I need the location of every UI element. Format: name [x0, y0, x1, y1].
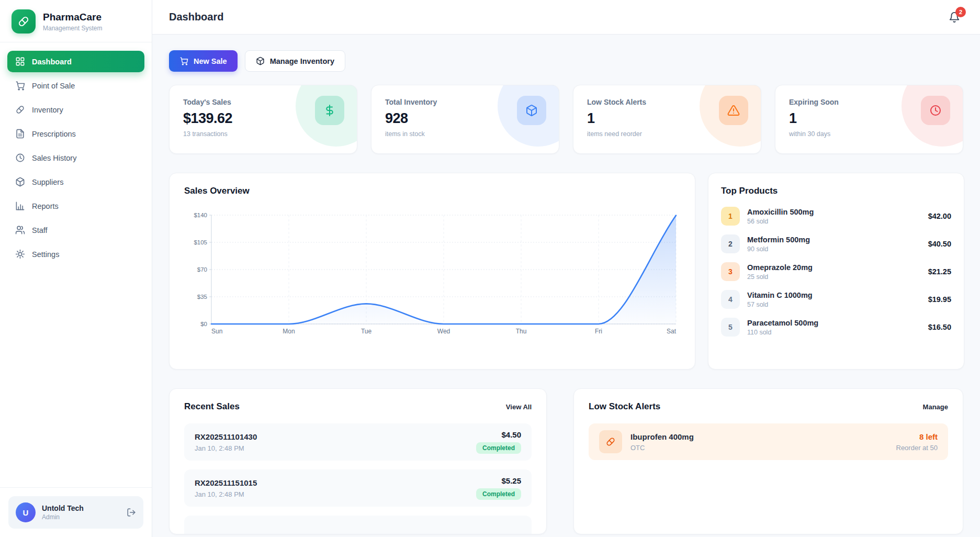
rank-badge: 4 [721, 290, 740, 309]
topbar: Dashboard 2 [152, 0, 980, 35]
package-icon [15, 177, 25, 187]
pill-logo-icon [12, 9, 36, 33]
svg-text:Fri: Fri [595, 328, 602, 335]
sidebar-item-label: Point of Sale [32, 82, 75, 90]
sidebar-item-label: Settings [32, 250, 59, 259]
low-stock-title: Low Stock Alerts [589, 401, 660, 412]
sidebar-item-suppliers[interactable]: Suppliers [7, 171, 144, 193]
avatar: U [16, 502, 36, 522]
sidebar-item-dashboard[interactable]: Dashboard [7, 51, 144, 72]
sidebar-item-point-of-sale[interactable]: Point of Sale [7, 75, 144, 96]
sidebar-item-staff[interactable]: Staff [7, 219, 144, 241]
app-name: PharmaCare [43, 12, 102, 23]
reorder-threshold: Reorder at 50 [896, 444, 938, 452]
dashboard-grid-icon [15, 57, 25, 66]
sale-row-clipped [184, 516, 532, 534]
stock-left-value: 8 left [896, 432, 938, 441]
sidebar-nav: Dashboard Point of Sale Inventory Prescr… [0, 42, 152, 487]
sidebar-item-prescriptions[interactable]: Prescriptions [7, 123, 144, 144]
top-products-card: Top Products 1 Amoxicillin 500mg56 sold … [708, 173, 964, 370]
clock-icon [921, 96, 950, 125]
low-stock-card: Low Stock Alerts Manage Ibuprofen 400mg … [573, 388, 963, 534]
status-badge: Completed [476, 442, 521, 454]
pill-icon [599, 430, 622, 453]
sidebar-item-label: Dashboard [32, 58, 72, 66]
warning-icon [719, 96, 748, 125]
package-icon [517, 96, 546, 125]
sale-row[interactable]: RX202511101430 Jan 10, 2:48 PM $4.50 Com… [184, 423, 532, 461]
svg-text:Thu: Thu [516, 328, 527, 335]
users-icon [15, 225, 25, 235]
brand: PharmaCare Management System [0, 0, 152, 42]
recent-sales-title: Recent Sales [184, 401, 240, 412]
svg-text:$140: $140 [194, 212, 207, 218]
content: New Sale Manage Inventory Today's Sales … [152, 35, 980, 537]
logout-icon[interactable] [127, 508, 136, 517]
document-icon [15, 129, 25, 139]
status-badge: Completed [476, 488, 521, 500]
svg-text:Mon: Mon [283, 328, 295, 335]
sale-row[interactable]: RX202511151015 Jan 10, 2:48 PM $5.25 Com… [184, 469, 532, 507]
sidebar-item-sales-history[interactable]: Sales History [7, 147, 144, 169]
package-icon [256, 57, 265, 65]
new-sale-button[interactable]: New Sale [169, 50, 238, 72]
stat-card-expiring-soon: Expiring Soon 1 within 30 days [775, 85, 963, 154]
sidebar-item-reports[interactable]: Reports [7, 195, 144, 217]
gear-icon [15, 249, 25, 259]
notification-bell[interactable]: 2 [949, 12, 960, 23]
stat-card-low-stock: Low Stock Alerts 1 items need reorder [573, 85, 761, 154]
sidebar-item-settings[interactable]: Settings [7, 243, 144, 265]
top-product-row: 1 Amoxicillin 500mg56 sold $42.00 [721, 207, 951, 226]
sidebar-item-label: Prescriptions [32, 130, 76, 138]
cart-icon [179, 57, 188, 65]
user-name: Untold Tech [42, 504, 120, 512]
sidebar-item-label: Sales History [32, 154, 76, 162]
sidebar-item-inventory[interactable]: Inventory [7, 99, 144, 120]
sales-overview-title: Sales Overview [184, 186, 680, 196]
stat-card-todays-sales: Today's Sales $139.62 13 transactions [169, 85, 357, 154]
low-stock-row[interactable]: Ibuprofen 400mg OTC 8 left Reorder at 50 [589, 423, 948, 460]
pill-icon [15, 105, 25, 115]
manage-inventory-button[interactable]: Manage Inventory [245, 50, 345, 72]
top-product-row: 4 Vitamin C 1000mg57 sold $19.95 [721, 290, 951, 309]
dollar-icon [315, 96, 344, 125]
clock-icon [15, 153, 25, 163]
top-products-title: Top Products [721, 186, 951, 196]
stat-card-total-inventory: Total Inventory 928 items in stock [371, 85, 559, 154]
sidebar-item-label: Inventory [32, 106, 63, 114]
svg-text:Wed: Wed [437, 328, 450, 335]
rank-badge: 3 [721, 262, 740, 281]
svg-text:$35: $35 [197, 294, 207, 300]
svg-text:Tue: Tue [361, 328, 372, 335]
sidebar: PharmaCare Management System Dashboard P… [0, 0, 152, 537]
svg-text:$0: $0 [200, 321, 207, 327]
manage-link[interactable]: Manage [923, 403, 948, 411]
notification-badge: 2 [955, 7, 966, 17]
sidebar-item-label: Suppliers [32, 178, 63, 186]
sidebar-item-label: Staff [32, 226, 48, 234]
sales-overview-card: Sales Overview $0$35$70$105$140SunMonTue… [169, 173, 695, 370]
app-subtitle: Management System [43, 25, 102, 32]
svg-text:Sun: Sun [211, 328, 222, 335]
main: Dashboard 2 New Sale Manage Inventory [152, 0, 980, 537]
svg-text:Sat: Sat [667, 328, 677, 335]
svg-text:$105: $105 [194, 239, 207, 245]
top-product-row: 5 Paracetamol 500mg110 sold $16.50 [721, 318, 951, 337]
svg-text:$70: $70 [197, 266, 207, 273]
rank-badge: 5 [721, 318, 740, 337]
sales-line-chart: $0$35$70$105$140SunMonTueWedThuFriSat [184, 208, 680, 340]
sidebar-item-label: Reports [32, 202, 59, 210]
rank-badge: 2 [721, 234, 740, 253]
cart-icon [15, 81, 25, 91]
rank-badge: 1 [721, 207, 740, 226]
page-title: Dashboard [169, 11, 223, 23]
user-role: Admin [42, 513, 120, 521]
top-product-row: 3 Omeprazole 20mg25 sold $21.25 [721, 262, 951, 281]
view-all-link[interactable]: View All [506, 403, 532, 411]
user-card[interactable]: U Untold Tech Admin [8, 496, 143, 529]
app-root: PharmaCare Management System Dashboard P… [0, 0, 980, 537]
recent-sales-card: Recent Sales View All RX202511101430 Jan… [169, 388, 547, 534]
top-product-row: 2 Metformin 500mg90 sold $40.50 [721, 234, 951, 253]
bar-chart-icon [15, 201, 25, 211]
